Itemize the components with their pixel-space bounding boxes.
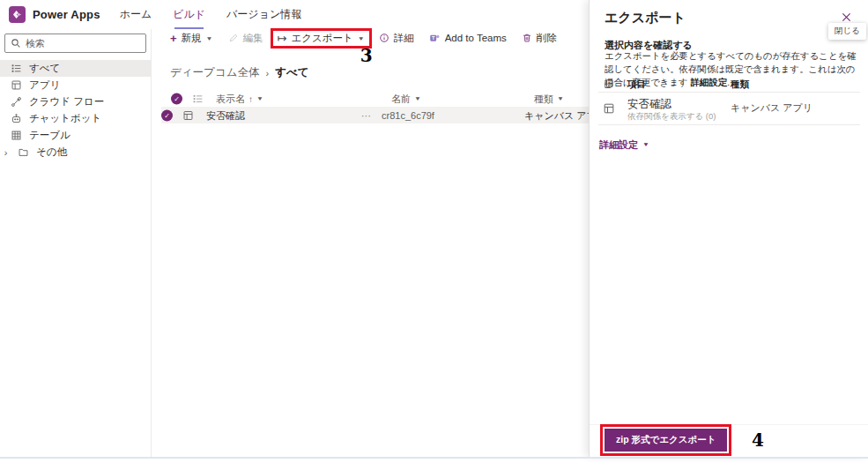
breadcrumb-environment[interactable]: ディープコム全体 <box>170 65 259 80</box>
objects-table: ✓ 表示名 ↑ ▼ 名前 ▼ 種類 ▼ ✓ <box>152 91 589 123</box>
plus-icon: + <box>170 33 177 44</box>
sidebar-item-tables[interactable]: テーブル <box>0 127 151 144</box>
export-table-row: 安否確認 依存関係を表示する (0) キャンバス アプリ <box>598 93 860 125</box>
app-title: Power Apps <box>33 8 100 21</box>
new-button[interactable]: + 新規 ▼ <box>170 32 213 45</box>
sidebar-item-label: テーブル <box>29 129 70 142</box>
bullet-list-icon <box>10 63 22 74</box>
power-apps-logo-icon[interactable] <box>9 6 26 23</box>
export-column-type: 種類 <box>731 78 749 91</box>
annotation-step-3: 3 <box>360 47 373 64</box>
table-row-anpi[interactable]: ✓ 安否確認 ⋯ cr81c_6c79f キャンバス アプ <box>161 107 589 123</box>
close-tooltip: 閉じる <box>828 23 866 40</box>
export-item-type: キャンバス アプリ <box>731 101 812 115</box>
row-display-name: 安否確認 <box>206 108 245 122</box>
row-name: cr81c_6c79f <box>382 110 434 121</box>
details-button[interactable]: 詳細 <box>379 32 414 45</box>
annotation-box-4: zip 形式でエクスポート <box>600 424 731 456</box>
delete-button[interactable]: 削除 <box>522 32 557 45</box>
show-dependencies-link[interactable]: 依存関係を表示する (0) <box>627 111 716 123</box>
teams-icon: T <box>429 33 441 44</box>
new-button-label: 新規 <box>182 32 202 45</box>
search-icon <box>11 38 21 49</box>
chevron-down-icon: ▼ <box>557 95 564 101</box>
add-to-teams-label: Add to Teams <box>445 33 507 43</box>
flow-icon <box>10 96 22 108</box>
nav-build[interactable]: ビルド <box>173 7 205 22</box>
column-label: 種類 <box>534 93 553 106</box>
sidebar-item-label: チャットボット <box>29 112 101 125</box>
delete-button-label: 削除 <box>537 32 557 45</box>
breadcrumb: ディープコム全体 › すべて <box>170 65 589 80</box>
sidebar: すべて アプリ クラウド フロー チャットボット テーブル <box>0 29 152 457</box>
chatbot-icon <box>10 113 22 124</box>
row-type: キャンバス アプ <box>524 108 597 122</box>
annotation-step-4: 4 <box>752 431 764 449</box>
chevron-down-icon: ▼ <box>256 95 263 101</box>
chevron-down-icon: ▼ <box>414 95 421 101</box>
app-window-icon <box>10 79 22 91</box>
column-header-type[interactable]: 種類 ▼ <box>534 93 564 106</box>
search-input[interactable] <box>26 38 140 49</box>
svg-text:T: T <box>432 35 435 41</box>
add-to-teams-button[interactable]: T Add to Teams <box>429 33 507 44</box>
pages-icon <box>603 78 614 90</box>
export-column-item: 項目 <box>627 78 646 91</box>
top-navigation: ホーム ビルド バージョン情報 <box>120 7 302 22</box>
column-header-name[interactable]: 名前 ▼ <box>391 93 421 106</box>
sidebar-item-label: その他 <box>36 146 67 159</box>
sidebar-item-apps[interactable]: アプリ <box>0 77 151 93</box>
top-bar: Power Apps ホーム ビルド バージョン情報 <box>0 0 589 29</box>
nav-version-info[interactable]: バージョン情報 <box>226 7 301 22</box>
export-button[interactable]: ↦ エクスポート ▼ <box>278 32 365 45</box>
breadcrumb-current: すべて <box>275 65 308 80</box>
export-panel: エクスポート 閉じる 選択内容を確認する エクスポートを必要とするすべてのものが… <box>589 0 868 457</box>
canvas-app-icon <box>182 109 194 121</box>
select-all-checkbox[interactable]: ✓ <box>171 93 182 105</box>
column-label: 表示名 <box>216 93 245 106</box>
sidebar-item-all[interactable]: すべて <box>0 60 151 77</box>
advanced-settings-label: 詳細設定 <box>599 138 638 152</box>
export-item-name: 安否確認 <box>627 97 671 112</box>
edit-button-label: 編集 <box>243 32 263 45</box>
chevron-down-icon: ▼ <box>642 142 649 148</box>
details-button-label: 詳細 <box>394 32 414 45</box>
search-box[interactable] <box>4 34 146 53</box>
panel-title: エクスポート <box>605 10 686 26</box>
annotation-box-3: ↦ エクスポート ▼ 3 <box>271 28 372 49</box>
edit-button[interactable]: 編集 <box>228 32 263 45</box>
export-items-table: 項目 種類 安否確認 依存関係を表示する (0) キャンバス アプリ <box>598 76 860 125</box>
export-button-label: エクスポート <box>291 32 352 45</box>
export-arrow-icon: ↦ <box>278 33 287 44</box>
power-apps-window: Power Apps ホーム ビルド バージョン情報 すべて アプリ <box>0 0 868 463</box>
table-icon <box>10 130 22 141</box>
canvas-app-icon <box>603 102 615 115</box>
command-bar: + 新規 ▼ 編集 ↦ エクスポート ▼ 3 <box>152 29 589 47</box>
sidebar-item-label: アプリ <box>29 78 60 92</box>
column-label: 名前 <box>391 93 411 106</box>
main-content: + 新規 ▼ 編集 ↦ エクスポート ▼ 3 <box>152 29 589 457</box>
column-header-display-name[interactable]: 表示名 ↑ ▼ <box>216 93 263 106</box>
chevron-down-icon: ▼ <box>358 34 365 41</box>
sidebar-item-chatbots[interactable]: チャットボット <box>0 110 151 127</box>
export-zip-button[interactable]: zip 形式でエクスポート <box>605 429 727 452</box>
sort-ascending-icon: ↑ <box>249 94 253 104</box>
folder-icon <box>17 146 29 158</box>
pencil-icon <box>228 33 239 43</box>
sidebar-item-label: すべて <box>29 62 60 75</box>
info-icon <box>379 33 389 43</box>
trash-icon <box>522 33 532 43</box>
nav-home[interactable]: ホーム <box>120 7 152 22</box>
sidebar-item-cloud-flows[interactable]: クラウド フロー <box>0 93 151 110</box>
sidebar-item-other[interactable]: › その他 <box>0 144 151 161</box>
bottom-divider <box>0 457 868 459</box>
breadcrumb-separator-icon: › <box>265 68 269 78</box>
row-actions-ellipsis[interactable]: ⋯ <box>361 109 372 121</box>
export-table-header: 項目 種類 <box>598 76 860 93</box>
chevron-down-icon: ▼ <box>206 34 213 41</box>
row-checkbox[interactable]: ✓ <box>161 109 173 121</box>
table-header-row: ✓ 表示名 ↑ ▼ 名前 ▼ 種類 ▼ <box>161 91 589 107</box>
advanced-settings-link[interactable]: 詳細設定 ▼ <box>599 138 649 152</box>
list-type-icon <box>192 93 204 105</box>
chevron-right-icon[interactable]: › <box>2 147 10 158</box>
